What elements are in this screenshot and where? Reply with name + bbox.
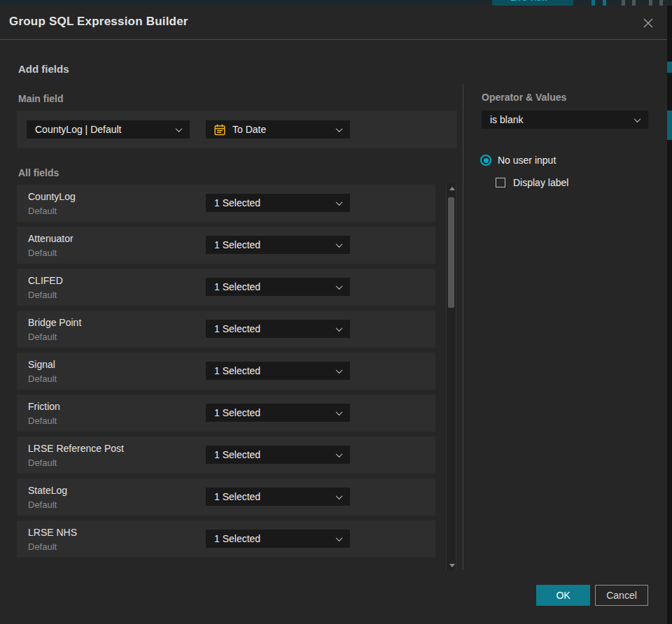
field-row: LRSE Reference Post Default 1 Selected (17, 437, 435, 474)
scrollbar[interactable] (446, 183, 456, 571)
field-row: LRSE NHS Default 1 Selected (17, 520, 435, 558)
field-name: Friction (28, 401, 60, 412)
chevron-down-icon (336, 283, 343, 290)
row-selected-dropdown[interactable]: 1 Selected (206, 404, 350, 422)
chevron-down-icon (336, 367, 343, 374)
display-label-label: Display label (513, 177, 568, 188)
toolbar-icon-fragment (603, 0, 606, 6)
row-selected-dropdown[interactable]: 1 Selected (206, 236, 350, 254)
row-selected-dropdown-label: 1 Selected (214, 491, 337, 502)
field-sub: Default (28, 332, 57, 342)
chevron-down-icon (336, 125, 343, 132)
live-view-label: Live view (510, 0, 547, 3)
display-label-checkbox[interactable]: Display label (496, 177, 568, 188)
row-selected-dropdown-label: 1 Selected (214, 281, 337, 292)
no-user-input-label: No user input (498, 155, 556, 166)
all-fields-label: All fields (18, 167, 59, 178)
cancel-button[interactable]: Cancel (595, 585, 648, 606)
calendar-icon (214, 124, 225, 136)
field-name: LRSE Reference Post (28, 443, 124, 454)
chevron-down-icon (634, 115, 641, 122)
field-name: Signal (28, 359, 55, 370)
main-date-dropdown[interactable]: To Date (206, 120, 350, 139)
row-selected-dropdown-label: 1 Selected (214, 533, 337, 544)
no-user-input-radio[interactable]: No user input (480, 155, 556, 166)
field-row: CLIFED Default 1 Selected (17, 269, 435, 306)
chevron-down-icon (336, 241, 343, 248)
field-sub: Default (28, 290, 57, 300)
row-selected-dropdown[interactable]: 1 Selected (206, 194, 350, 212)
background-app-right-strip (667, 6, 672, 624)
live-view-button[interactable]: Live view (492, 0, 573, 6)
background-teal-fragment (667, 111, 672, 140)
close-icon[interactable] (640, 15, 657, 31)
row-selected-dropdown-label: 1 Selected (214, 365, 337, 376)
row-selected-dropdown[interactable]: 1 Selected (206, 320, 350, 338)
toolbar-icon-fragment (622, 0, 625, 6)
row-selected-dropdown[interactable]: 1 Selected (206, 362, 350, 380)
field-sub: Default (28, 416, 57, 426)
column-divider (463, 84, 463, 569)
row-selected-dropdown[interactable]: 1 Selected (206, 446, 350, 464)
field-row: Friction Default 1 Selected (17, 395, 435, 432)
field-row: Signal Default 1 Selected (17, 353, 435, 390)
toolbar-icon-fragment (659, 0, 663, 6)
field-name: Attenuator (28, 233, 74, 244)
all-fields-list: CountyLog Default 1 Selected Attenuator … (17, 185, 435, 562)
dialog-title: Group SQL Expression Builder (9, 15, 188, 29)
row-selected-dropdown[interactable]: 1 Selected (206, 530, 350, 548)
screen: Live view Group SQL Expression Builder A… (0, 0, 672, 624)
main-field-dropdown[interactable]: CountyLog | Default (27, 120, 190, 139)
field-name: Bridge Point (28, 317, 81, 328)
field-sub: Default (28, 206, 57, 216)
field-name: LRSE NHS (28, 527, 77, 538)
ok-button[interactable]: OK (536, 585, 590, 606)
field-sub: Default (28, 499, 57, 510)
chevron-down-icon (176, 125, 183, 132)
scrollbar-thumb[interactable] (448, 197, 454, 308)
background-teal-fragment (667, 62, 672, 73)
field-sub: Default (28, 374, 57, 384)
chevron-down-icon (336, 409, 343, 416)
radio-icon (480, 155, 491, 166)
main-date-dropdown-value: To Date (232, 124, 330, 135)
operator-values-label: Operator & Values (482, 92, 566, 103)
background-app-top-strip: Live view (0, 0, 672, 6)
chevron-down-icon (336, 451, 343, 458)
row-selected-dropdown[interactable]: 1 Selected (206, 278, 350, 296)
row-selected-dropdown-label: 1 Selected (214, 407, 337, 418)
main-field-panel: CountyLog | Default To Date (17, 111, 457, 148)
chevron-down-icon (336, 534, 343, 541)
dialog-titlebar: Group SQL Expression Builder (0, 6, 667, 40)
toolbar-icon-fragment (632, 0, 636, 6)
main-field-dropdown-value: CountyLog | Default (35, 124, 176, 135)
add-fields-heading: Add fields (18, 63, 69, 75)
operator-dropdown-value: is blank (490, 114, 635, 125)
dialog-group-sql-expression-builder: Group SQL Expression Builder Add fields … (0, 6, 667, 624)
field-row: Bridge Point Default 1 Selected (17, 311, 435, 348)
main-field-label: Main field (18, 93, 64, 104)
field-sub: Default (28, 458, 57, 468)
field-name: CountyLog (28, 191, 76, 202)
row-selected-dropdown-label: 1 Selected (214, 323, 337, 334)
chevron-down-icon (336, 492, 343, 499)
chevron-down-icon (336, 199, 343, 206)
row-selected-dropdown-label: 1 Selected (214, 197, 337, 208)
field-name: StateLog (28, 485, 67, 496)
field-sub: Default (28, 541, 57, 552)
field-row: StateLog Default 1 Selected (17, 478, 435, 516)
toolbar-icon-fragment (592, 0, 595, 6)
scroll-down-arrow-icon[interactable] (449, 564, 455, 567)
checkbox-icon (496, 178, 505, 187)
row-selected-dropdown-label: 1 Selected (214, 449, 337, 460)
field-sub: Default (28, 248, 57, 258)
chevron-down-icon (336, 325, 343, 332)
field-row: CountyLog Default 1 Selected (17, 185, 435, 222)
operator-dropdown[interactable]: is blank (482, 111, 648, 129)
row-selected-dropdown[interactable]: 1 Selected (206, 488, 350, 506)
field-name: CLIFED (28, 275, 63, 286)
scroll-up-arrow-icon[interactable] (449, 187, 455, 190)
toolbar-icon-fragment (649, 0, 652, 6)
row-selected-dropdown-label: 1 Selected (214, 239, 337, 250)
field-row: Attenuator Default 1 Selected (17, 227, 435, 264)
